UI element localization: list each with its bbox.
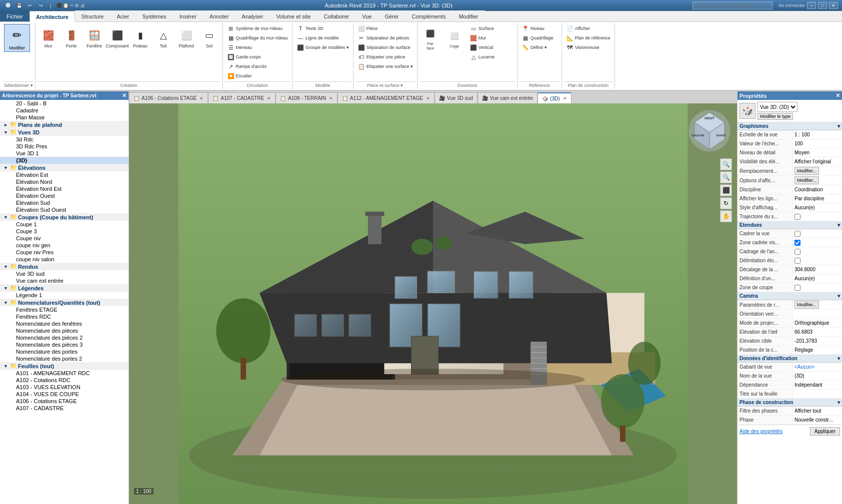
view-selector-dropdown[interactable]: Vue 3D: (3D) (758, 102, 798, 112)
apply-btn[interactable]: Appliquer (810, 427, 840, 436)
view-tab[interactable]: 🎥Vue cam ext entrée (478, 92, 538, 103)
btn-quadrillage-mur[interactable]: ▦Quadrillage du mur-rideau (225, 33, 290, 42)
btn-rampe[interactable]: ↗Rampe d'accès (225, 62, 269, 71)
prop-checkbox[interactable] (794, 240, 800, 246)
connect-label[interactable]: Se connecter (778, 3, 805, 8)
maximize-btn[interactable]: □ (818, 2, 827, 9)
tree-item[interactable]: Nomenclature des pièces 2 (0, 334, 128, 341)
tree-item[interactable]: A102 - Cotations RDC (0, 377, 128, 384)
nav-cube[interactable]: HAUT GAUCHE AVANT (687, 108, 732, 153)
tab-acier[interactable]: Acier (110, 10, 136, 21)
tree-item[interactable]: Coupe 1 (0, 221, 128, 228)
btn-quadrillage[interactable]: ▦Quadrillage (520, 33, 560, 42)
prop-section-header[interactable]: Etendues▾ (738, 221, 842, 229)
btn-cage[interactable]: ⬜Cage (444, 24, 466, 52)
tree-item[interactable]: Élévation Nord Est (0, 185, 128, 192)
tree-item[interactable]: A103 - VUES ELEVATION (0, 384, 128, 391)
tree-item[interactable]: ▸📁 Plans de plafond (0, 121, 128, 128)
btn-par-face[interactable]: ⬛Parface (420, 24, 442, 52)
view-tab[interactable]: 📋A112 - AMENAGEMENT ETAGE✕ (338, 92, 434, 103)
tree-item[interactable]: coupe niv salon (0, 256, 128, 263)
zoom-out-btn[interactable]: 🔍 (720, 171, 732, 183)
tree-item[interactable]: ▾📁 Rendus (0, 263, 128, 270)
tab-collaborer[interactable]: Collaborer (317, 10, 356, 21)
btn-poteau[interactable]: ▮Poteau (130, 24, 152, 52)
tree-item[interactable]: Nomenclature des portes (0, 348, 128, 355)
tab-structure[interactable]: Structure (75, 10, 110, 21)
btn-fenetre[interactable]: 🪟Fenêtre (84, 24, 106, 52)
redo-icon[interactable]: ↪ (37, 1, 45, 9)
tree-item[interactable]: Vue 3D sud (0, 270, 128, 277)
btn-etiq-piece[interactable]: 🏷Etiqueter une pièce (356, 52, 408, 61)
tree-item[interactable]: Vue cam ext entrée (0, 277, 128, 284)
btn-afficher[interactable]: 📄Afficher (564, 24, 604, 33)
tree-item[interactable]: ▾📁 Nomenclatures/Quantités (tout) (0, 299, 128, 306)
tree-item[interactable]: Fenêtres RDC (0, 313, 128, 320)
tab-gerer[interactable]: Gérer (378, 10, 405, 21)
sidebar-close[interactable]: ✕ (122, 92, 126, 99)
btn-vertical[interactable]: ⬛Vertical (468, 43, 508, 52)
modify-type-btn[interactable]: Modifier le type (758, 113, 793, 120)
prop-checkbox[interactable] (794, 249, 800, 255)
tree-item[interactable]: 20 - Sabl - B (0, 100, 128, 107)
btn-groupe-modele[interactable]: ⬛Groupe de modèles ▾ (294, 43, 351, 52)
btn-surface[interactable]: ▭Surface (468, 24, 508, 33)
prop-section-header[interactable]: Graphismes▾ (738, 122, 842, 130)
tab-close-btn[interactable]: ✕ (267, 96, 271, 101)
view-tab[interactable]: 🎲(3D)✕ (538, 92, 571, 103)
tree-item[interactable]: Nomenclature des portes 2 (0, 355, 128, 362)
btn-sol[interactable]: ▭Sol (198, 24, 220, 52)
btn-visionneuse[interactable]: 🗺Visionneuse (564, 43, 604, 52)
tree-item[interactable]: 3d Rdc (0, 136, 128, 143)
btn-porte[interactable]: 🚪Porte (60, 24, 82, 52)
tab-close-btn[interactable]: ✕ (563, 96, 567, 101)
btn-piece[interactable]: ⬜Pièce (356, 24, 396, 33)
minimize-btn[interactable]: − (807, 2, 816, 9)
btn-definir[interactable]: 📏Définir ▾ (520, 43, 560, 52)
close-btn[interactable]: ✕ (829, 2, 838, 9)
view-tab[interactable]: 📋A107 - CADASTRE✕ (208, 92, 276, 103)
tab-close-btn[interactable]: ✕ (329, 96, 333, 101)
properties-close[interactable]: ✕ (836, 92, 840, 99)
btn-plafond[interactable]: ⬜Plafond (176, 24, 198, 52)
prop-checkbox[interactable] (794, 258, 800, 264)
prop-section-header[interactable]: Données d'identification▾ (738, 355, 842, 363)
tab-close-btn[interactable]: ✕ (200, 96, 204, 101)
btn-sep-piece[interactable]: ✂Séparateur de pièces (356, 33, 412, 42)
tree-item[interactable]: 3D Rdc Pres (0, 143, 128, 150)
tab-annoter[interactable]: Annoter (203, 10, 236, 21)
tree-item[interactable]: Coupe 3 (0, 228, 128, 235)
tree-item[interactable]: ▾📁 Élévations (0, 164, 128, 171)
btn-composant[interactable]: ⬛Composant (106, 24, 128, 52)
btn-lucarne[interactable]: △Lucarne (468, 52, 508, 61)
btn-garde-corps[interactable]: 🔲Garde-corps (225, 52, 265, 61)
view-tab[interactable]: 📋A106 - Cotations ETAGE✕ (129, 92, 208, 103)
search-input[interactable] (692, 1, 772, 9)
tab-modifier[interactable]: Modifier (452, 10, 484, 21)
tree-item[interactable]: A107 - CADASTRE (0, 405, 128, 412)
btn-texte3d[interactable]: TTexte 3D (294, 24, 334, 33)
zoom-extent-btn[interactable]: ⬛ (720, 184, 732, 196)
view-tab[interactable]: 🎥Vue 3D sud (434, 92, 478, 103)
tree-item[interactable]: Coupe niv Pres (0, 249, 128, 256)
tree-item[interactable]: Élévation Nord (0, 178, 128, 185)
tree-item[interactable]: coupe niv gen (0, 242, 128, 249)
tab-analyser[interactable]: Analyser (236, 10, 270, 21)
pan-btn[interactable]: ✋ (720, 210, 732, 222)
tree-item[interactable]: Nomenclature des pièces (0, 327, 128, 334)
btn-mur-ouv[interactable]: 🧱Mur (468, 33, 508, 42)
modify-button[interactable]: ✏ Modifier (4, 24, 30, 52)
tree-item[interactable]: ▾📁 Feuilles (tout) (0, 362, 128, 370)
tab-systemes[interactable]: Systèmes (136, 10, 173, 21)
tree-item[interactable]: Nomenclature des fenêtres (0, 320, 128, 327)
tree-item[interactable]: Légende 1 (0, 292, 128, 299)
tree-item[interactable]: Élévation Ouest (0, 192, 128, 199)
help-link[interactable]: Aide des propriétés (740, 429, 782, 434)
prop-modify-btn[interactable]: Modifier... (794, 167, 819, 175)
btn-sep-surface[interactable]: ⬛Séparation de surface (356, 43, 412, 52)
undo-icon[interactable]: ↩ (26, 1, 34, 9)
view-tab[interactable]: 📋A108 - TERRAIN✕ (276, 92, 338, 103)
tree-item[interactable]: Élévation Sud Ouest (0, 206, 128, 213)
tree-item[interactable]: Élévation Sud (0, 199, 128, 206)
zoom-in-btn[interactable]: 🔍 (720, 158, 732, 170)
